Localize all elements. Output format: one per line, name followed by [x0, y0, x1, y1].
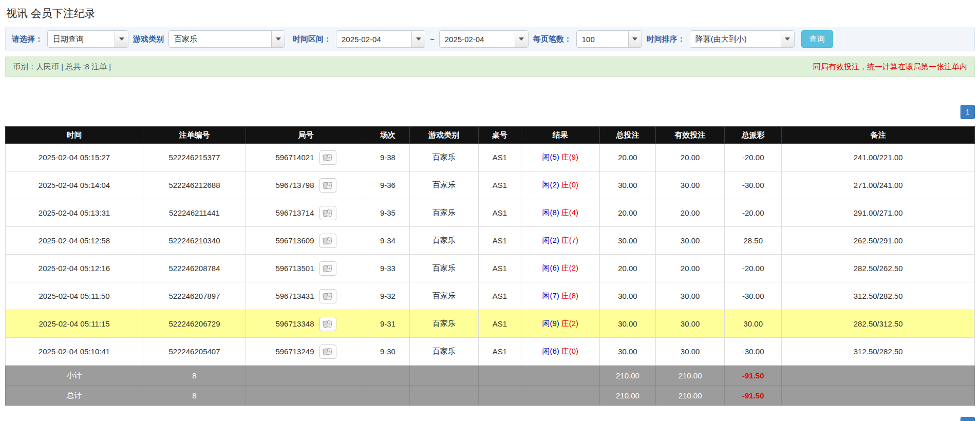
cell-note: 312.50/282.50: [782, 338, 975, 366]
total-label: 总计: [6, 386, 143, 406]
cell-session: 9-36: [366, 171, 409, 199]
cell-total-bet[interactable]: 20.00: [599, 144, 655, 171]
footer-empty-cell: [521, 366, 599, 386]
cell-round-id: 596713249: [246, 338, 366, 366]
cell-bet-id: 522246207897: [143, 282, 246, 310]
subtotal-payout: -91.50: [725, 366, 782, 386]
per-page-input[interactable]: [577, 31, 628, 47]
header-table-no: 桌号: [478, 127, 521, 144]
cell-bet-id: 522246208784: [143, 255, 246, 282]
game-type-dropdown-button[interactable]: [271, 31, 285, 47]
cell-valid-bet: 20.00: [656, 144, 725, 171]
total-valid-bet: 210.00: [656, 386, 725, 406]
cell-time: 2025-02-04 05:14:04: [6, 171, 143, 199]
table-row: 2025-02-04 05:11:15 522246206729 5967133…: [6, 310, 975, 338]
cell-total-bet[interactable]: 30.00: [599, 227, 655, 255]
footer-empty-cell: [478, 386, 521, 406]
date-from-dropdown-button[interactable]: [411, 31, 425, 47]
cards-icon: [323, 154, 333, 162]
cell-valid-bet: 30.00: [656, 282, 725, 310]
round-id-text: 596713348: [275, 319, 314, 328]
cell-total-bet[interactable]: 30.00: [599, 171, 655, 199]
subtotal-label: 小计: [6, 366, 143, 386]
date-to-input[interactable]: [440, 31, 515, 47]
result-banker: 庄(0): [561, 180, 578, 189]
game-type-input[interactable]: [169, 31, 271, 47]
page-number-button[interactable]: 1: [960, 105, 975, 119]
cell-session: 9-32: [366, 282, 409, 310]
per-page-combo: [576, 30, 642, 48]
round-detail-button[interactable]: [319, 345, 336, 359]
cell-result: 闲(9)庄(2): [521, 310, 599, 338]
cell-valid-bet: 30.00: [656, 338, 725, 366]
header-result: 结果: [521, 127, 599, 144]
cell-result: 闲(6)庄(0): [521, 338, 599, 366]
cell-table-no: AS1: [478, 310, 521, 338]
round-detail-button[interactable]: [319, 317, 336, 331]
date-to-dropdown-button[interactable]: [515, 31, 528, 47]
table-row: 2025-02-04 05:11:50 522246207897 5967134…: [6, 282, 975, 310]
result-player: 闲(6): [542, 347, 559, 355]
game-type-label: 游戏类别: [133, 34, 164, 44]
game-type-combo: [168, 30, 285, 48]
result-banker: 庄(2): [561, 319, 578, 328]
search-button[interactable]: 查询: [801, 30, 833, 48]
round-detail-button[interactable]: [319, 289, 336, 303]
round-detail-button[interactable]: [319, 261, 336, 276]
per-page-dropdown-button[interactable]: [628, 31, 642, 47]
cell-game-type: 百家乐: [409, 282, 478, 310]
cell-table-no: AS1: [478, 282, 521, 310]
header-bet-id: 注单编号: [143, 127, 246, 144]
query-type-dropdown-button[interactable]: [115, 31, 128, 47]
cell-total-bet[interactable]: 20.00: [599, 199, 655, 227]
cell-note: 282.50/262.50: [782, 255, 975, 282]
cell-note: 282.50/312.50: [782, 310, 975, 338]
cell-total-bet[interactable]: 20.00: [599, 255, 655, 282]
query-type-label: 请选择：: [12, 34, 43, 44]
chevron-down-icon: [276, 37, 281, 41]
cell-time: 2025-02-04 05:12:58: [6, 227, 143, 255]
header-note: 备注: [782, 127, 975, 144]
round-detail-button[interactable]: [319, 206, 336, 220]
cell-note: 241.00/221.00: [782, 144, 975, 171]
cards-icon: [323, 292, 333, 300]
pagination-bottom: 1: [960, 417, 975, 421]
round-id-text: 596714021: [275, 153, 314, 162]
cell-total-bet[interactable]: 30.00: [599, 310, 655, 338]
cards-icon: [323, 320, 333, 328]
cell-time: 2025-02-04 05:11:50: [6, 282, 143, 310]
cell-result: 闲(8)庄(4): [521, 199, 599, 227]
result-banker: 庄(0): [561, 347, 578, 355]
date-from-input[interactable]: [336, 31, 411, 47]
table-row: 2025-02-04 05:10:41 522246205407 5967132…: [6, 338, 975, 366]
chevron-down-icon: [416, 37, 421, 41]
result-banker: 庄(9): [561, 152, 578, 161]
query-type-input[interactable]: [48, 31, 115, 47]
header-round-id: 局号: [246, 127, 366, 144]
subtotal-valid-bet: 210.00: [656, 366, 725, 386]
page-title: 视讯 会员下注纪录: [5, 4, 975, 27]
round-detail-button[interactable]: [319, 150, 336, 165]
cell-total-bet[interactable]: 30.00: [599, 282, 655, 310]
page-number-button[interactable]: 1: [960, 417, 975, 421]
footer-empty-cell: [478, 366, 521, 386]
filter-bar: 请选择： 游戏类别 时间区间： ~ 每页笔数： 时间排序：: [5, 27, 975, 51]
cell-table-no: AS1: [478, 227, 521, 255]
pagination-top: 1: [5, 105, 975, 119]
round-detail-button[interactable]: [319, 178, 336, 193]
cell-total-bet[interactable]: 30.00: [599, 338, 655, 366]
cell-table-no: AS1: [478, 199, 521, 227]
cards-icon: [323, 181, 333, 189]
cards-icon: [323, 264, 333, 273]
result-player: 闲(7): [542, 291, 559, 300]
sort-input[interactable]: [690, 31, 781, 47]
table-row: 2025-02-04 05:15:27 522246215377 5967140…: [6, 144, 975, 171]
cell-payout: -20.00: [725, 144, 782, 171]
cell-valid-bet: 20.00: [656, 255, 725, 282]
round-detail-button[interactable]: [319, 234, 336, 248]
sort-dropdown-button[interactable]: [781, 31, 794, 47]
cell-session: 9-38: [366, 144, 409, 171]
page: 视讯 会员下注纪录 请选择： 游戏类别 时间区间： ~ 每页笔数： 时间排序：: [0, 0, 980, 406]
query-type-combo: [47, 30, 128, 48]
cell-result: 闲(6)庄(2): [521, 255, 599, 282]
